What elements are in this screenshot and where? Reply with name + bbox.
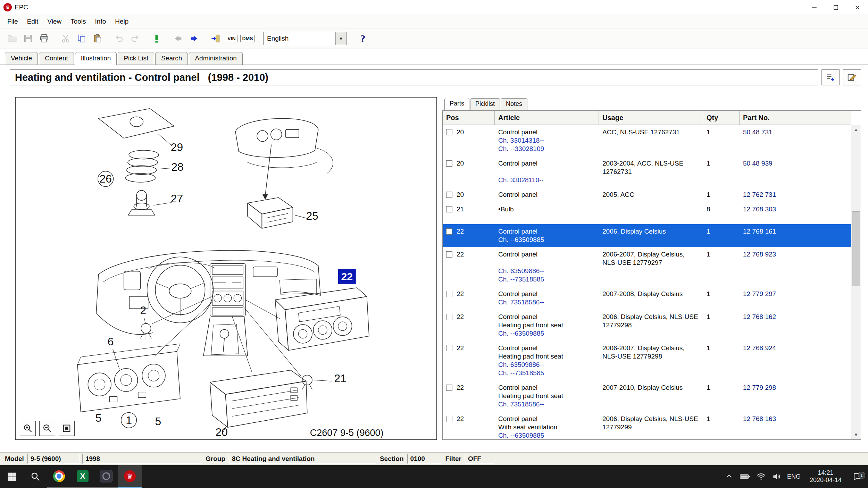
chassis-link[interactable]: Ch. 63509886-- [498,361,595,369]
paste-button[interactable] [90,31,106,46]
row-checkbox[interactable] [446,228,452,235]
menu-file[interactable]: File [3,16,23,27]
zoom-out-button[interactable] [39,421,55,436]
tab-vehicle[interactable]: Vehicle [5,52,38,65]
scroll-thumb[interactable] [852,211,860,286]
article-cell: Control panel [495,191,599,199]
row-checkbox[interactable] [446,416,452,422]
parts-tab-notes[interactable]: Notes [501,98,527,110]
chassis-link[interactable]: Ch. --63509885 [498,236,595,244]
table-row[interactable]: 22Control panel Ch. 63509886--Ch. --7351… [443,247,851,287]
row-checkbox[interactable] [446,251,452,258]
chassis-link[interactable]: Ch. --73518585 [498,369,595,377]
goto-button[interactable] [208,31,224,46]
chassis-link[interactable]: Ch. 73518586-- [498,298,595,306]
filler-cell [842,415,851,439]
taskbar-start-button[interactable] [0,465,24,488]
parts-scrollbar[interactable]: ▲ ▼ [851,125,861,439]
chassis-link[interactable]: Ch. 33014318-- [498,136,595,145]
menu-tools[interactable]: Tools [66,16,90,27]
scroll-track[interactable] [851,134,861,430]
row-checkbox[interactable] [446,129,452,135]
row-checkbox[interactable] [446,192,452,198]
row-checkbox[interactable] [446,206,452,212]
tab-pick-list[interactable]: Pick List [118,52,154,65]
table-row[interactable]: 22Control panelCh. 73518586--2007-2008, … [443,287,851,310]
article-line: Heating pad front seat [498,352,595,361]
zoom-in-button[interactable] [20,421,36,436]
menu-info[interactable]: Info [91,16,111,27]
model-label: Model [4,455,25,463]
taskbar-chrome-button[interactable] [47,465,71,488]
tab-administration[interactable]: Administration [189,52,242,65]
tray-expand-icon[interactable] [725,472,734,481]
row-checkbox[interactable] [446,314,452,320]
table-row[interactable]: 22Control panelHeating pad front seatCh.… [443,341,851,380]
tray-time: 14:21 [807,469,844,477]
table-row[interactable]: 20Control panelCh. 33014318--Ch. --33028… [443,125,851,156]
close-button[interactable] [846,0,868,15]
maximize-button[interactable] [825,0,846,15]
table-row[interactable]: 22Control panelHeating pad front seatCh.… [443,380,851,412]
pos-value: 22 [457,313,464,320]
table-row[interactable]: 20Control panel Ch. 33028110--2003-2004,… [443,156,851,187]
chassis-link[interactable]: Ch. 73518586-- [498,400,595,409]
parts-tab-picklist[interactable]: Picklist [470,98,500,110]
export-list-button[interactable] [821,69,840,85]
article-cell: Control panelHeating pad front seatCh. 6… [495,344,599,377]
dropdown-arrow-icon[interactable]: ▼ [335,32,346,45]
edit-note-button[interactable] [843,69,861,85]
scroll-down-icon[interactable]: ▼ [851,430,861,439]
taskbar-clock[interactable]: 14:21 2020-04-14 [807,469,844,484]
row-checkbox[interactable] [446,385,452,391]
scroll-up-icon[interactable]: ▲ [851,125,861,134]
index-button[interactable] [149,31,165,46]
chassis-link[interactable]: Ch. --63509885 [498,329,595,338]
svg-text:22: 22 [341,271,353,282]
minimize-button[interactable] [803,0,825,15]
table-row[interactable]: 21•Bulb812 768 303 [443,202,851,217]
menu-help[interactable]: Help [110,16,133,27]
taskbar-excel-button[interactable]: X [71,465,94,488]
keyboard-language[interactable]: ENG [787,473,801,480]
parts-tab-parts[interactable]: Parts [444,98,469,110]
taskbar-search-button[interactable] [24,465,47,488]
chassis-link[interactable]: Ch. --63509885 [498,431,595,439]
tab-illustration[interactable]: Illustration [75,52,117,65]
vin-button[interactable]: VIN [224,31,240,46]
battery-icon[interactable] [740,473,750,480]
taskbar-dark-app-button[interactable] [94,465,118,488]
forward-button[interactable] [186,31,202,46]
volume-icon[interactable] [772,472,781,481]
dms-button[interactable]: DMS [240,31,256,46]
language-select[interactable]: English ▼ [263,32,347,45]
action-center-button[interactable]: 1 [851,472,865,481]
tab-search[interactable]: Search [155,52,188,65]
article-line: Control panel [498,191,595,199]
callout-28: 28 [171,161,183,173]
table-row[interactable]: 22Control panelCh. --635098852006, Displ… [443,224,851,247]
table-row[interactable]: 20Control panel2005, ACC112 762 731 [443,187,851,202]
menu-bar: FileEditViewToolsInfoHelp [0,15,868,28]
table-row[interactable]: 22Control panelHeating pad front seatCh.… [443,310,851,341]
copy-button[interactable] [74,31,90,46]
chassis-link[interactable]: Ch. 63509886-- [498,267,595,275]
chassis-link[interactable]: Ch. --33028109 [498,145,595,153]
chassis-link[interactable]: Ch. --73518585 [498,275,595,284]
menu-view[interactable]: View [43,16,66,27]
usage-line: 2006-2007, Display Celsius, [602,344,700,352]
menu-edit[interactable]: Edit [23,16,43,27]
print-button[interactable] [36,31,52,46]
illustration-panel[interactable]: 22 [15,97,437,440]
row-checkbox[interactable] [446,160,452,167]
tab-content[interactable]: Content [39,52,74,65]
chassis-link[interactable]: Ch. 33028110-- [498,176,595,184]
table-row[interactable]: 22Control panelWith seat ventilationCh. … [443,412,851,439]
row-checkbox[interactable] [446,291,452,297]
taskbar-epc-button[interactable]: ♛ [118,465,142,488]
usage-line: 2006, Display Celsius, NLS-USE [602,313,700,321]
row-checkbox[interactable] [446,345,452,351]
wifi-icon[interactable] [757,472,766,481]
zoom-fit-button[interactable] [59,421,75,436]
help-button[interactable]: ? [355,31,371,46]
